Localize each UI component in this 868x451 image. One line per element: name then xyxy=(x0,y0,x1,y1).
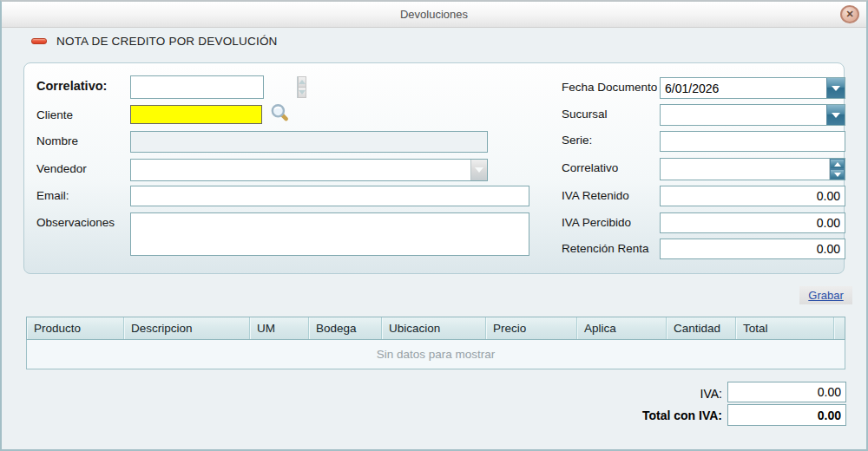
chevron-up-icon xyxy=(834,162,841,167)
fecha-documento-label: Fecha Documento xyxy=(562,81,657,94)
chevron-down-icon xyxy=(832,86,840,91)
page-title: NOTA DE CREDITO POR DEVOLUCIÓN xyxy=(56,35,278,48)
correlativo-doc-label: Correlativo xyxy=(562,161,618,174)
iva-total-label: IVA: xyxy=(566,387,722,401)
correlativo-doc-spinner xyxy=(660,158,845,180)
col-aplica[interactable]: Aplica xyxy=(577,317,667,339)
devoluciones-window: Devoluciones ✕ NOTA DE CREDITO POR DEVOL… xyxy=(0,0,868,451)
correlativo-input[interactable] xyxy=(131,76,297,98)
serie-label: Serie: xyxy=(562,134,592,147)
title-bar: Devoluciones ✕ xyxy=(2,2,866,28)
correlativo-spin-buttons xyxy=(297,76,306,98)
grabar-button[interactable]: Grabar xyxy=(799,286,852,304)
observaciones-label: Observaciones xyxy=(36,216,115,229)
iva-total-input[interactable] xyxy=(727,382,846,402)
items-grid: Producto Descripcion UM Bodega Ubicacion… xyxy=(26,317,845,369)
email-input[interactable] xyxy=(130,186,529,206)
sucursal-dropdown[interactable] xyxy=(660,104,845,126)
chevron-down-icon xyxy=(832,113,840,118)
correlativo-doc-spin-buttons xyxy=(829,159,845,180)
grabar-label: Grabar xyxy=(808,289,843,302)
email-label: Email: xyxy=(36,189,69,202)
retencion-renta-input[interactable] xyxy=(660,239,845,259)
col-bodega[interactable]: Bodega xyxy=(309,317,382,339)
correlativo-doc-input[interactable] xyxy=(661,159,829,180)
chevron-down-icon xyxy=(299,90,306,95)
iva-retenido-label: IVA Retenido xyxy=(562,189,629,202)
col-producto[interactable]: Producto xyxy=(27,317,124,339)
iva-retenido-input[interactable] xyxy=(660,186,845,206)
col-cantidad[interactable]: Cantidad xyxy=(667,317,736,339)
minus-icon xyxy=(31,38,47,44)
empty-message: Sin datos para mostrar xyxy=(377,348,496,361)
total-con-iva-label: Total con IVA: xyxy=(540,409,722,422)
close-icon: ✕ xyxy=(845,10,853,19)
cliente-input[interactable] xyxy=(130,105,262,124)
correlativo-spinner xyxy=(130,75,264,99)
col-descripcion[interactable]: Descripcion xyxy=(124,317,250,339)
sucursal-label: Sucursal xyxy=(562,108,608,121)
spin-down-button[interactable] xyxy=(830,169,845,180)
spin-up-button[interactable] xyxy=(298,76,306,88)
chevron-up-icon xyxy=(299,80,306,84)
nombre-input[interactable] xyxy=(130,131,488,153)
vendedor-dropdown[interactable] xyxy=(130,159,488,181)
total-con-iva-input[interactable] xyxy=(727,404,846,426)
vendedor-dropdown-button[interactable] xyxy=(470,160,487,180)
col-precio[interactable]: Precio xyxy=(486,317,577,339)
iva-percibido-label: IVA Percibido xyxy=(562,216,631,229)
observaciones-textarea[interactable] xyxy=(130,212,529,256)
retencion-renta-label: Retención Renta xyxy=(562,242,649,255)
fecha-documento-picker[interactable] xyxy=(660,77,845,99)
nombre-label: Nombre xyxy=(36,134,78,147)
cliente-label: Cliente xyxy=(36,108,73,121)
vendedor-label: Vendedor xyxy=(36,162,87,175)
correlativo-label: Correlativo: xyxy=(36,79,107,93)
close-button[interactable]: ✕ xyxy=(840,5,859,23)
spin-up-button[interactable] xyxy=(830,159,845,169)
sucursal-input[interactable] xyxy=(661,105,826,125)
cliente-search-button[interactable] xyxy=(269,102,290,127)
chevron-down-icon xyxy=(834,173,841,177)
col-ubicacion[interactable]: Ubicacion xyxy=(382,317,486,339)
iva-percibido-input[interactable] xyxy=(660,212,845,233)
window-title: Devoluciones xyxy=(2,8,866,21)
grid-empty-row: Sin datos para mostrar xyxy=(26,340,845,369)
vendedor-input[interactable] xyxy=(131,160,470,180)
chevron-down-icon xyxy=(475,167,483,173)
fecha-dropdown-button[interactable] xyxy=(826,78,845,98)
fecha-documento-input[interactable] xyxy=(661,78,826,98)
col-total[interactable]: Total xyxy=(736,317,834,339)
grid-header-row: Producto Descripcion UM Bodega Ubicacion… xyxy=(26,317,845,340)
serie-input[interactable] xyxy=(660,131,845,152)
col-um[interactable]: UM xyxy=(250,317,309,339)
section-header: NOTA DE CREDITO POR DEVOLUCIÓN xyxy=(31,35,278,48)
search-icon xyxy=(269,102,290,123)
col-extra xyxy=(834,317,845,339)
sucursal-dropdown-button[interactable] xyxy=(826,105,845,125)
spin-down-button[interactable] xyxy=(298,88,306,98)
